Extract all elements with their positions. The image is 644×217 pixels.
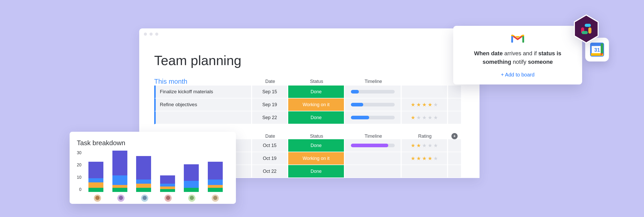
chart-bar-segment <box>88 188 103 192</box>
star-icon: ★ <box>428 142 432 149</box>
star-icon: ★ <box>428 102 432 108</box>
chart-bar <box>208 162 223 192</box>
timeline-cell[interactable] <box>345 165 402 178</box>
date-cell[interactable]: Oct 22 <box>252 165 288 178</box>
star-icon: ★ <box>416 114 421 121</box>
rating-cell[interactable] <box>402 86 448 98</box>
star-icon: ★ <box>411 155 415 161</box>
star-icon: ★ <box>422 114 427 121</box>
chart-bar-segment <box>208 188 223 192</box>
chart-bar-segment <box>112 175 127 185</box>
timeline-cell[interactable] <box>345 98 402 111</box>
add-to-board-button[interactable]: + Add to board <box>463 72 573 78</box>
status-cell[interactable]: Done <box>288 86 345 98</box>
column-header-rating[interactable]: Rating <box>402 134 448 139</box>
status-cell[interactable]: Done <box>288 139 345 152</box>
add-column-button[interactable]: + <box>451 133 458 139</box>
y-tick: 30 <box>77 151 81 155</box>
rating-cell[interactable] <box>402 165 448 178</box>
status-cell[interactable]: Done <box>288 111 345 124</box>
star-icon: ★ <box>428 114 432 121</box>
star-icon: ★ <box>416 155 421 161</box>
task-cell[interactable] <box>154 111 252 124</box>
date-cell[interactable]: Sep 22 <box>252 111 288 124</box>
automation-card: When date arrives and if status is somet… <box>453 26 582 84</box>
column-header-timeline[interactable]: Timeline <box>345 79 402 84</box>
chart-bar-segment <box>208 180 223 185</box>
chart-bar-segment <box>88 162 103 178</box>
table-row[interactable]: Refine objectivesSep 19Working on it★★★★… <box>154 98 465 111</box>
svg-marker-2 <box>574 15 598 43</box>
chart-bar <box>136 156 151 192</box>
table-row[interactable]: Finalize kickoff materialsSep 15Done <box>154 86 465 98</box>
chart-bar <box>184 164 199 192</box>
rating-cell[interactable]: ★★★★★ <box>402 98 448 111</box>
column-header-date[interactable]: Date <box>252 79 288 84</box>
column-header-status[interactable]: Status <box>288 79 345 84</box>
star-icon: ★ <box>411 114 415 121</box>
window-dot-icon <box>144 33 147 36</box>
y-tick: 20 <box>77 163 81 167</box>
gmail-icon <box>511 34 525 45</box>
chart-bar-segment <box>136 188 151 192</box>
star-icon: ★ <box>433 102 438 108</box>
status-cell[interactable]: Done <box>288 165 345 178</box>
svg-rect-4 <box>585 24 591 27</box>
timeline-cell[interactable] <box>345 152 402 165</box>
table-row[interactable]: Sep 22Done★★★★★ <box>154 111 465 124</box>
y-tick: 0 <box>79 187 81 192</box>
star-icon: ★ <box>411 102 415 108</box>
date-cell[interactable]: Sep 19 <box>252 98 288 111</box>
chart-y-axis: 30 20 10 0 <box>77 151 84 192</box>
chart-bar-segment <box>112 185 127 188</box>
row-trailing-cell <box>448 165 461 178</box>
row-trailing-cell <box>448 139 461 152</box>
slack-icon <box>573 14 599 43</box>
date-cell[interactable]: Oct 19 <box>252 152 288 165</box>
rating-cell[interactable]: ★★★★★ <box>402 152 448 165</box>
group-header: This month Date Status Timeline <box>154 78 465 86</box>
avatar <box>141 195 148 202</box>
task-cell[interactable]: Finalize kickoff materials <box>154 86 252 98</box>
avatar <box>164 195 172 202</box>
chart-bars <box>84 151 227 192</box>
status-cell[interactable]: Working on it <box>288 98 345 111</box>
window-dot-icon <box>155 33 158 36</box>
board-title: Team planning <box>154 53 465 68</box>
chart-bar-segment <box>184 188 199 192</box>
chart-bar <box>160 175 175 192</box>
chart-bar-segment <box>184 181 199 188</box>
star-icon: ★ <box>411 142 415 149</box>
chart-bar-segment <box>184 164 199 181</box>
timeline-cell[interactable] <box>345 139 402 152</box>
chart-title: Task breakdown <box>77 139 227 147</box>
date-cell[interactable]: Sep 15 <box>252 86 288 98</box>
star-icon: ★ <box>428 155 432 161</box>
avatar <box>188 195 195 202</box>
rating-cell[interactable]: ★★★★★ <box>402 139 448 152</box>
chart-bar-segment <box>160 189 175 192</box>
status-cell[interactable]: Working on it <box>288 152 345 165</box>
group-title[interactable]: This month <box>154 78 252 86</box>
avatar <box>212 195 219 202</box>
column-header-timeline[interactable]: Timeline <box>345 134 402 139</box>
timeline-cell[interactable] <box>345 111 402 124</box>
window-dot-icon <box>150 33 153 36</box>
chart-bar <box>88 162 103 192</box>
avatar <box>117 195 125 202</box>
column-header-status[interactable]: Status <box>288 134 345 139</box>
star-icon: ★ <box>433 114 438 121</box>
date-cell[interactable]: Oct 15 <box>252 139 288 152</box>
star-icon: ★ <box>422 155 427 161</box>
chart-bar-segment <box>208 162 223 180</box>
row-trailing-cell <box>448 111 461 124</box>
chart-bar-segment <box>88 178 103 182</box>
row-trailing-cell <box>448 152 461 165</box>
task-cell[interactable]: Refine objectives <box>154 98 252 111</box>
column-header-date[interactable]: Date <box>252 134 288 139</box>
chart-bar-segment <box>136 180 151 184</box>
rating-cell[interactable]: ★★★★★ <box>402 111 448 124</box>
timeline-cell[interactable] <box>345 86 402 98</box>
star-icon: ★ <box>416 102 421 108</box>
row-trailing-cell <box>448 98 461 111</box>
